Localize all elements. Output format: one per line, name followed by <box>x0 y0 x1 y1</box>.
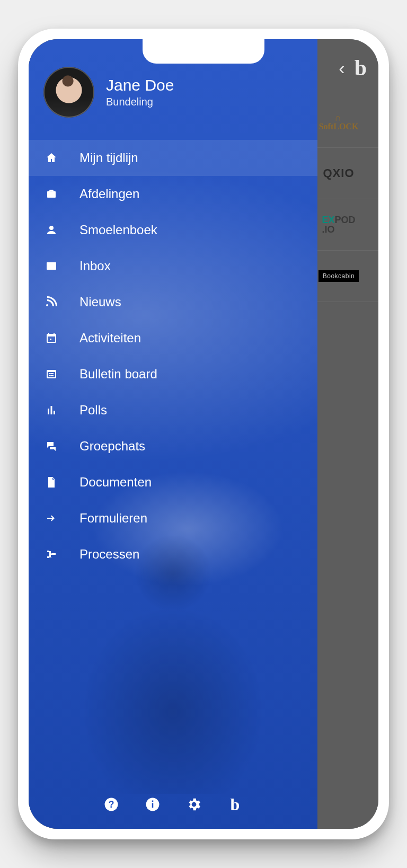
info-icon[interactable] <box>144 795 162 813</box>
nav-item-label: Processen <box>79 547 303 562</box>
nav-item-label: Smoelenboek <box>79 223 303 237</box>
nav-item-documents[interactable]: Documenten <box>29 464 317 500</box>
softlock-logo-icon: ∩SoftLOCK <box>319 113 359 131</box>
navigation-drawer: Jane Doe Bundeling Mijn tijdlijnAfdeling… <box>29 39 317 829</box>
expod-logo-icon: EXPOD.IO <box>322 215 355 234</box>
nav-item-timeline[interactable]: Mijn tijdlijn <box>29 140 317 176</box>
avatar <box>43 67 94 118</box>
brand-logo-icon[interactable]: b <box>355 55 367 81</box>
qxio-logo-icon: QXIO <box>323 166 354 180</box>
back-chevron-icon[interactable]: ‹ <box>339 58 344 78</box>
nav-item-processes[interactable]: Processen <box>29 536 317 572</box>
tree-icon <box>43 548 59 561</box>
chat-icon <box>43 440 59 453</box>
poll-icon <box>43 404 59 417</box>
stage: ‹ b ∩SoftLOCK QXIO EXPOD.IO Bookcabin <box>0 0 407 868</box>
gear-icon[interactable] <box>185 795 203 813</box>
nav-item-label: Groepchats <box>79 439 303 454</box>
nav-item-label: Polls <box>79 403 303 418</box>
nav-item-label: Afdelingen <box>79 187 303 201</box>
nav-item-label: Inbox <box>79 259 303 273</box>
nav-item-bulletin[interactable]: Bulletin board <box>29 356 317 392</box>
phone-notch <box>143 39 264 64</box>
svg-text:?: ? <box>108 799 114 810</box>
nav-item-people[interactable]: Smoelenboek <box>29 212 317 248</box>
nav-item-label: Mijn tijdlijn <box>79 150 303 165</box>
nav-item-forms[interactable]: Formulieren <box>29 500 317 536</box>
brand-icon[interactable]: b <box>226 795 244 813</box>
phone-frame: ‹ b ∩SoftLOCK QXIO EXPOD.IO Bookcabin <box>18 29 389 839</box>
svg-rect-3 <box>152 803 153 808</box>
drawer-bottom-bar: ? b <box>29 780 317 829</box>
file-icon <box>43 476 59 489</box>
arrow-right-icon <box>43 512 59 525</box>
profile-name: Jane Doe <box>106 76 174 94</box>
profile-org: Bundeling <box>106 96 174 108</box>
nav-item-groupchats[interactable]: Groepchats <box>29 428 317 464</box>
nav-item-label: Formulieren <box>79 511 303 526</box>
profile-text: Jane Doe Bundeling <box>106 76 174 108</box>
board-icon <box>43 368 59 380</box>
mail-icon <box>43 260 59 272</box>
nav-item-news[interactable]: Nieuws <box>29 284 317 320</box>
svg-rect-4 <box>152 801 153 802</box>
person-icon <box>43 224 59 236</box>
nav-item-label: Activiteiten <box>79 331 303 346</box>
nav-item-label: Documenten <box>79 475 303 490</box>
nav-item-inbox[interactable]: Inbox <box>29 248 317 284</box>
nav-item-label: Bulletin board <box>79 367 303 382</box>
phone-screen: ‹ b ∩SoftLOCK QXIO EXPOD.IO Bookcabin <box>29 39 378 829</box>
nav-item-label: Nieuws <box>79 295 303 309</box>
bookcabin-logo-icon: Bookcabin <box>318 270 359 282</box>
briefcase-icon <box>43 188 59 200</box>
rss-icon <box>43 296 59 308</box>
nav-item-polls[interactable]: Polls <box>29 392 317 428</box>
nav-list: Mijn tijdlijnAfdelingenSmoelenboekInboxN… <box>29 132 317 572</box>
home-icon <box>43 152 59 164</box>
nav-item-departments[interactable]: Afdelingen <box>29 176 317 212</box>
help-icon[interactable]: ? <box>102 795 120 813</box>
nav-item-activities[interactable]: Activiteiten <box>29 320 317 356</box>
calendar-icon <box>43 332 59 344</box>
